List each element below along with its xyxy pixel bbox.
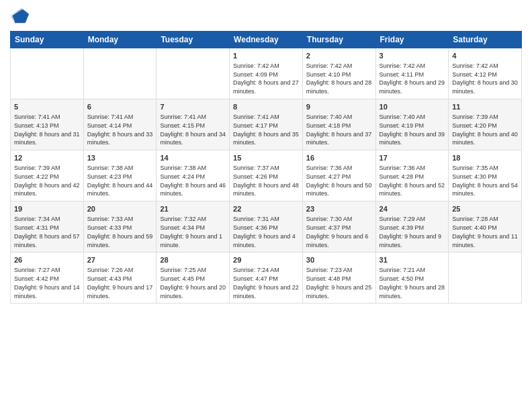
- day-info: Sunrise: 7:41 AM Sunset: 4:14 PM Dayligh…: [87, 113, 153, 146]
- day-info: Sunrise: 7:24 AM Sunset: 4:47 PM Dayligh…: [233, 267, 299, 299]
- calendar-cell: 12Sunrise: 7:39 AM Sunset: 4:22 PM Dayli…: [11, 150, 84, 201]
- day-info: Sunrise: 7:27 AM Sunset: 4:42 PM Dayligh…: [14, 267, 80, 299]
- calendar-cell: 27Sunrise: 7:26 AM Sunset: 4:43 PM Dayli…: [83, 253, 157, 304]
- calendar-cell: 19Sunrise: 7:34 AM Sunset: 4:31 PM Dayli…: [11, 201, 84, 253]
- calendar-week-3: 12Sunrise: 7:39 AM Sunset: 4:22 PM Dayli…: [11, 150, 522, 201]
- calendar-cell: 14Sunrise: 7:38 AM Sunset: 4:24 PM Dayli…: [157, 150, 230, 201]
- day-number: 23: [306, 204, 372, 214]
- day-number: 12: [14, 153, 80, 163]
- day-number: 8: [233, 102, 299, 112]
- day-number: 14: [160, 153, 226, 163]
- day-info: Sunrise: 7:33 AM Sunset: 4:33 PM Dayligh…: [87, 216, 153, 248]
- day-number: 27: [87, 255, 153, 265]
- day-info: Sunrise: 7:29 AM Sunset: 4:39 PM Dayligh…: [380, 216, 442, 248]
- day-number: 13: [87, 153, 153, 163]
- day-number: 25: [452, 204, 518, 214]
- calendar-cell: 5Sunrise: 7:41 AM Sunset: 4:13 PM Daylig…: [11, 99, 84, 150]
- day-number: 26: [14, 255, 80, 265]
- day-info: Sunrise: 7:25 AM Sunset: 4:45 PM Dayligh…: [160, 267, 226, 299]
- calendar: SundayMondayTuesdayWednesdayThursdayFrid…: [10, 31, 522, 304]
- day-info: Sunrise: 7:42 AM Sunset: 4:12 PM Dayligh…: [452, 62, 518, 95]
- day-number: 15: [233, 153, 299, 163]
- calendar-week-2: 5Sunrise: 7:41 AM Sunset: 4:13 PM Daylig…: [11, 99, 522, 150]
- calendar-cell: 26Sunrise: 7:27 AM Sunset: 4:42 PM Dayli…: [11, 253, 84, 304]
- calendar-cell: [11, 48, 84, 99]
- calendar-cell: 9Sunrise: 7:40 AM Sunset: 4:18 PM Daylig…: [302, 99, 375, 150]
- day-info: Sunrise: 7:36 AM Sunset: 4:27 PM Dayligh…: [306, 165, 372, 197]
- day-info: Sunrise: 7:26 AM Sunset: 4:43 PM Dayligh…: [87, 267, 153, 299]
- calendar-cell: 2Sunrise: 7:42 AM Sunset: 4:10 PM Daylig…: [302, 48, 375, 99]
- calendar-cell: 31Sunrise: 7:21 AM Sunset: 4:50 PM Dayli…: [375, 253, 449, 304]
- calendar-header-friday: Friday: [375, 32, 449, 48]
- page: SundayMondayTuesdayWednesdayThursdayFrid…: [0, 0, 532, 411]
- header: [10, 7, 522, 26]
- day-number: 9: [306, 102, 372, 112]
- day-number: 30: [306, 255, 372, 265]
- day-info: Sunrise: 7:35 AM Sunset: 4:30 PM Dayligh…: [452, 165, 518, 197]
- day-number: 22: [233, 204, 299, 214]
- day-number: 20: [87, 204, 153, 214]
- day-info: Sunrise: 7:34 AM Sunset: 4:31 PM Dayligh…: [14, 216, 80, 248]
- calendar-cell: 1Sunrise: 7:42 AM Sunset: 4:09 PM Daylig…: [230, 48, 303, 99]
- day-number: 1: [233, 51, 299, 61]
- calendar-cell: 22Sunrise: 7:31 AM Sunset: 4:36 PM Dayli…: [230, 201, 303, 253]
- day-number: 18: [452, 153, 518, 163]
- day-info: Sunrise: 7:31 AM Sunset: 4:36 PM Dayligh…: [233, 216, 296, 248]
- calendar-header-sunday: Sunday: [11, 32, 84, 48]
- calendar-header-monday: Monday: [83, 32, 157, 48]
- calendar-header-tuesday: Tuesday: [157, 32, 230, 48]
- day-number: 4: [452, 51, 518, 61]
- day-info: Sunrise: 7:23 AM Sunset: 4:48 PM Dayligh…: [306, 267, 372, 299]
- day-number: 19: [14, 204, 80, 214]
- calendar-week-5: 26Sunrise: 7:27 AM Sunset: 4:42 PM Dayli…: [11, 253, 522, 304]
- day-info: Sunrise: 7:39 AM Sunset: 4:20 PM Dayligh…: [452, 113, 518, 146]
- day-info: Sunrise: 7:42 AM Sunset: 4:10 PM Dayligh…: [306, 62, 372, 95]
- calendar-week-4: 19Sunrise: 7:34 AM Sunset: 4:31 PM Dayli…: [11, 201, 522, 253]
- day-number: 16: [306, 153, 372, 163]
- calendar-cell: 25Sunrise: 7:28 AM Sunset: 4:40 PM Dayli…: [449, 201, 522, 253]
- day-info: Sunrise: 7:38 AM Sunset: 4:23 PM Dayligh…: [87, 165, 153, 197]
- calendar-header-wednesday: Wednesday: [230, 32, 303, 48]
- calendar-cell: 15Sunrise: 7:37 AM Sunset: 4:26 PM Dayli…: [230, 150, 303, 201]
- calendar-cell: 3Sunrise: 7:42 AM Sunset: 4:11 PM Daylig…: [375, 48, 449, 99]
- calendar-cell: 10Sunrise: 7:40 AM Sunset: 4:19 PM Dayli…: [375, 99, 449, 150]
- day-number: 6: [87, 102, 153, 112]
- day-number: 24: [380, 204, 445, 214]
- day-info: Sunrise: 7:42 AM Sunset: 4:11 PM Dayligh…: [380, 62, 445, 95]
- day-info: Sunrise: 7:41 AM Sunset: 4:17 PM Dayligh…: [233, 113, 299, 146]
- day-number: 10: [380, 102, 445, 112]
- day-number: 29: [233, 255, 299, 265]
- calendar-cell: 29Sunrise: 7:24 AM Sunset: 4:47 PM Dayli…: [230, 253, 303, 304]
- calendar-cell: [157, 48, 230, 99]
- day-info: Sunrise: 7:38 AM Sunset: 4:24 PM Dayligh…: [160, 165, 226, 197]
- calendar-cell: [449, 253, 522, 304]
- calendar-cell: 18Sunrise: 7:35 AM Sunset: 4:30 PM Dayli…: [449, 150, 522, 201]
- day-info: Sunrise: 7:41 AM Sunset: 4:13 PM Dayligh…: [14, 113, 80, 146]
- day-info: Sunrise: 7:39 AM Sunset: 4:22 PM Dayligh…: [14, 165, 80, 197]
- calendar-cell: 8Sunrise: 7:41 AM Sunset: 4:17 PM Daylig…: [230, 99, 303, 150]
- calendar-cell: 11Sunrise: 7:39 AM Sunset: 4:20 PM Dayli…: [449, 99, 522, 150]
- day-number: 21: [160, 204, 226, 214]
- calendar-cell: 23Sunrise: 7:30 AM Sunset: 4:37 PM Dayli…: [302, 201, 375, 253]
- day-number: 11: [452, 102, 518, 112]
- day-number: 31: [380, 255, 445, 265]
- day-info: Sunrise: 7:30 AM Sunset: 4:37 PM Dayligh…: [306, 216, 369, 248]
- day-info: Sunrise: 7:21 AM Sunset: 4:50 PM Dayligh…: [380, 267, 445, 299]
- day-number: 7: [160, 102, 226, 112]
- calendar-cell: 21Sunrise: 7:32 AM Sunset: 4:34 PM Dayli…: [157, 201, 230, 253]
- calendar-header-thursday: Thursday: [302, 32, 375, 48]
- day-info: Sunrise: 7:42 AM Sunset: 4:09 PM Dayligh…: [233, 62, 299, 95]
- day-info: Sunrise: 7:28 AM Sunset: 4:40 PM Dayligh…: [452, 216, 518, 248]
- calendar-cell: 6Sunrise: 7:41 AM Sunset: 4:14 PM Daylig…: [83, 99, 157, 150]
- calendar-cell: 7Sunrise: 7:41 AM Sunset: 4:15 PM Daylig…: [157, 99, 230, 150]
- calendar-cell: [83, 48, 157, 99]
- calendar-week-1: 1Sunrise: 7:42 AM Sunset: 4:09 PM Daylig…: [11, 48, 522, 99]
- day-number: 2: [306, 51, 372, 61]
- calendar-cell: 4Sunrise: 7:42 AM Sunset: 4:12 PM Daylig…: [449, 48, 522, 99]
- day-info: Sunrise: 7:36 AM Sunset: 4:28 PM Dayligh…: [380, 165, 445, 197]
- day-info: Sunrise: 7:32 AM Sunset: 4:34 PM Dayligh…: [160, 216, 222, 248]
- calendar-cell: 30Sunrise: 7:23 AM Sunset: 4:48 PM Dayli…: [302, 253, 375, 304]
- day-number: 5: [14, 102, 80, 112]
- day-info: Sunrise: 7:40 AM Sunset: 4:18 PM Dayligh…: [306, 113, 372, 146]
- logo: [10, 7, 32, 26]
